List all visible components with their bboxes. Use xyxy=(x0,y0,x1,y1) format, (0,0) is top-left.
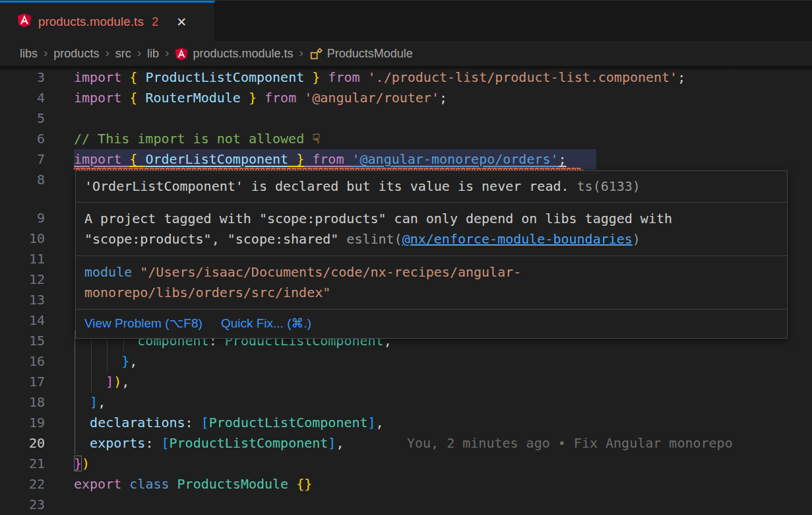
breadcrumb-item-libs[interactable]: libs xyxy=(20,47,38,61)
git-blame-annotation: You, 2 minutes ago • Fix Angular monorep… xyxy=(407,433,733,454)
code-line-7[interactable]: 7import { OrderListComponent } from '@an… xyxy=(0,149,812,170)
line-number: 14 xyxy=(0,310,45,331)
code-text: // This import is not allowed ☟ xyxy=(74,129,320,149)
line-number: 18 xyxy=(0,392,45,413)
eslint-rule-link[interactable]: @nx/enforce-module-boundaries xyxy=(402,231,633,247)
line-number: 6 xyxy=(0,129,45,149)
module-path-line2: monorepo/libs/orders/src/index" xyxy=(84,285,330,300)
breadcrumb: libs›products›src›lib›products.module.ts… xyxy=(0,41,812,66)
line-number: 20 xyxy=(0,433,45,454)
angular-icon xyxy=(175,48,188,61)
line-number: 10 xyxy=(0,228,45,249)
ts-error-code: ts(6133) xyxy=(577,178,640,194)
code-line-21[interactable]: 21}) xyxy=(0,454,812,474)
line-number: 12 xyxy=(0,269,45,290)
breadcrumb-separator: › xyxy=(44,46,47,60)
breadcrumb-label: products xyxy=(53,47,99,61)
code-line-16[interactable]: 16 }, xyxy=(0,351,812,372)
hover-actions: View Problem (⌥F8) Quick Fix... (⌘.) xyxy=(76,310,787,338)
module-keyword: module xyxy=(84,264,132,280)
view-problem-link[interactable]: View Problem (⌥F8) xyxy=(84,314,203,333)
code-text: export class ProductsModule {} xyxy=(74,474,312,495)
code-editor: 3import { ProductListComponent } from '.… xyxy=(0,66,812,515)
code-line-6[interactable]: 6// This import is not allowed ☟ xyxy=(0,129,812,149)
line-number: 17 xyxy=(0,372,45,392)
angular-file-icon xyxy=(17,13,32,30)
code-text: exports: [ProductListComponent], xyxy=(74,433,344,454)
hover-eslint-message: A project tagged with "scope:products" c… xyxy=(76,203,787,256)
line-number: 16 xyxy=(0,351,45,372)
breadcrumb-item-products[interactable]: products xyxy=(53,47,99,61)
breadcrumb-separator: › xyxy=(137,46,141,60)
line-number: 7 xyxy=(0,149,45,170)
eslint-source-suffix: ) xyxy=(633,231,640,247)
vscode-window: products.module.ts 2 ✕ libs›products›src… xyxy=(0,0,812,515)
scroll-shadow xyxy=(0,66,812,71)
hover-module-path: module "/Users/isaac/Documents/code/nx-r… xyxy=(76,256,787,310)
tab-title: products.module.ts xyxy=(38,15,144,29)
quick-fix-link[interactable]: Quick Fix... (⌘.) xyxy=(221,314,311,333)
code-text: }, xyxy=(74,351,137,372)
module-path-line1: "/Users/isaac/Documents/code/nx-recipes/… xyxy=(132,264,521,280)
line-number: 23 xyxy=(0,495,45,515)
code-text: ]), xyxy=(74,372,129,392)
code-text: import { RouterModule } from '@angular/r… xyxy=(74,88,447,108)
line-number: 13 xyxy=(0,290,45,310)
line-number: 19 xyxy=(0,413,45,433)
code-text: ], xyxy=(74,392,106,413)
tab-error-count-badge: 2 xyxy=(152,15,158,29)
eslint-source-prefix: eslint( xyxy=(346,231,402,247)
eslint-error-line2: "scope:products", "scope:shared" xyxy=(84,231,346,247)
breadcrumb-separator: › xyxy=(165,46,169,60)
breadcrumb-separator: › xyxy=(105,46,109,60)
breadcrumb-label: lib xyxy=(147,47,159,61)
breadcrumb-item-src[interactable]: src xyxy=(115,47,131,61)
breadcrumb-label: ProductsModule xyxy=(327,47,413,61)
hover-ts-message: 'OrderListComponent' is declared but its… xyxy=(76,171,787,203)
line-number: 4 xyxy=(0,88,45,108)
line-number: 8 xyxy=(0,170,45,190)
code-text: }) xyxy=(74,454,90,474)
line-number: 22 xyxy=(0,474,45,495)
breadcrumb-label: libs xyxy=(20,47,38,61)
code-text: declarations: [ProductListComponent], xyxy=(74,413,384,433)
line-number: 11 xyxy=(0,249,45,269)
code-line-23[interactable]: 23 xyxy=(0,495,812,515)
class-icon xyxy=(309,48,323,61)
code-line-18[interactable]: 18 ], xyxy=(0,392,812,413)
breadcrumb-label: src xyxy=(115,47,131,61)
line-number: 5 xyxy=(0,108,45,129)
tab-products-module[interactable]: products.module.ts 2 ✕ xyxy=(0,1,215,41)
line-number: 9 xyxy=(0,208,45,228)
code-line-22[interactable]: 22export class ProductsModule {} xyxy=(0,474,812,495)
code-line-19[interactable]: 19 declarations: [ProductListComponent], xyxy=(0,413,812,433)
breadcrumb-item-lib[interactable]: lib xyxy=(147,47,159,61)
ts-error-text: 'OrderListComponent' is declared but its… xyxy=(84,178,569,194)
breadcrumb-item-products-module-ts[interactable]: products.module.ts xyxy=(175,47,293,61)
tab-bar: products.module.ts 2 ✕ xyxy=(0,0,812,41)
tab-close-icon[interactable]: ✕ xyxy=(173,13,190,31)
code-line-17[interactable]: 17 ]), xyxy=(0,372,812,392)
code-line-4[interactable]: 4import { RouterModule } from '@angular/… xyxy=(0,88,812,108)
pointing-down-emoji: ☟ xyxy=(312,131,320,147)
error-hover-popup: 'OrderListComponent' is declared but its… xyxy=(75,170,788,339)
breadcrumb-separator: › xyxy=(299,46,303,60)
code-line-5[interactable]: 5 xyxy=(0,108,812,129)
code-line-20[interactable]: 20 exports: [ProductListComponent],You, … xyxy=(0,433,812,454)
line-number: 21 xyxy=(0,454,45,474)
line-number: 15 xyxy=(0,331,45,351)
breadcrumb-item-productsmodule[interactable]: ProductsModule xyxy=(309,47,413,61)
breadcrumb-label: products.module.ts xyxy=(193,47,293,61)
eslint-error-line1: A project tagged with "scope:products" c… xyxy=(84,211,672,226)
